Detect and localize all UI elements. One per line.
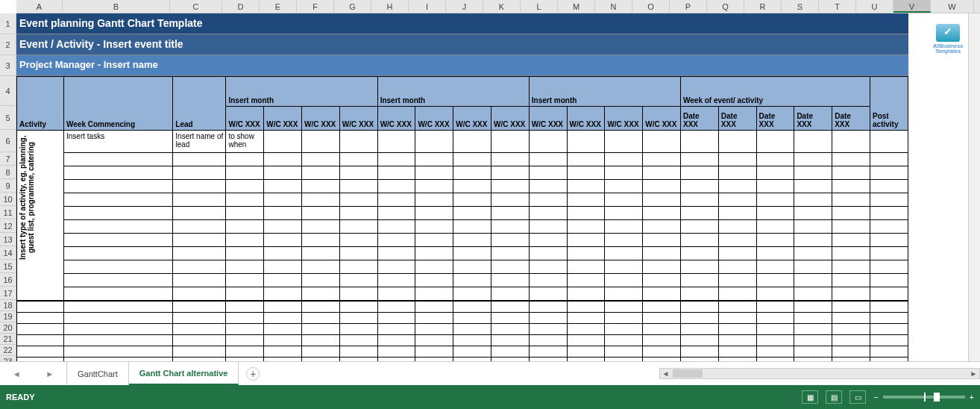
sheet-grid[interactable]: Event planning Gantt Chart Template Even… bbox=[16, 13, 980, 369]
hdr-month-3[interactable]: Insert month bbox=[529, 77, 680, 107]
cell-lead[interactable]: Insert name of lead bbox=[173, 131, 226, 153]
activity-vertical-label[interactable]: Insert type of activity, eg, planning, g… bbox=[17, 131, 37, 265]
col-header-I[interactable]: I bbox=[409, 0, 446, 13]
col-header-L[interactable]: L bbox=[521, 0, 558, 13]
col-header-B[interactable]: B bbox=[63, 0, 170, 13]
hdr-wc-11[interactable]: W/C XXX bbox=[605, 107, 643, 131]
row-header-9[interactable]: 9 bbox=[0, 179, 16, 193]
col-header-S[interactable]: S bbox=[782, 0, 819, 13]
col-header-K[interactable]: K bbox=[483, 0, 521, 13]
row-headers[interactable]: 1234567891011121314151617181920212223 bbox=[0, 13, 16, 367]
hdr-wc-2[interactable]: W/C XXX bbox=[264, 107, 302, 131]
tab-nav-next-icon[interactable]: ► bbox=[45, 369, 54, 378]
row-header-18[interactable]: 18 bbox=[0, 300, 16, 311]
hdr-wc-5[interactable]: W/C XXX bbox=[377, 107, 415, 131]
sheet-tab-ganttchart[interactable]: GanttChart bbox=[67, 362, 129, 385]
row-header-8[interactable]: 8 bbox=[0, 166, 16, 179]
row-header-20[interactable]: 20 bbox=[0, 322, 16, 334]
row-header-19[interactable]: 19 bbox=[0, 311, 16, 322]
hdr-wc-7[interactable]: W/C XXX bbox=[453, 107, 491, 131]
hdr-date-3[interactable]: Date XXX bbox=[756, 107, 794, 131]
gantt-table[interactable]: Activity Week Commencing Lead Insert mon… bbox=[16, 76, 908, 301]
col-header-W[interactable]: W bbox=[931, 0, 974, 13]
hdr-activity[interactable]: Activity bbox=[17, 77, 64, 131]
col-header-F[interactable]: F bbox=[297, 0, 334, 13]
column-headers[interactable]: ABCDEFGHIJKLMNOPQRSTUVW bbox=[16, 0, 980, 13]
tab-nav-buttons[interactable]: ◄ ► bbox=[0, 362, 67, 385]
row-header-21[interactable]: 21 bbox=[0, 334, 16, 345]
empty-grid[interactable] bbox=[16, 301, 908, 369]
hdr-date-4[interactable]: Date XXX bbox=[794, 107, 832, 131]
col-header-J[interactable]: J bbox=[446, 0, 483, 13]
hdr-date-5[interactable]: Date XXX bbox=[832, 107, 870, 131]
hdr-wc-1[interactable]: W/C XXX bbox=[226, 107, 264, 131]
row-header-1[interactable]: 1 bbox=[0, 13, 16, 34]
row-header-3[interactable]: 3 bbox=[0, 55, 16, 76]
col-header-N[interactable]: N bbox=[595, 0, 632, 13]
col-header-H[interactable]: H bbox=[371, 0, 409, 13]
col-header-A[interactable]: A bbox=[16, 0, 63, 13]
row-header-22[interactable]: 22 bbox=[0, 345, 16, 356]
row-header-11[interactable]: 11 bbox=[0, 206, 16, 219]
row-header-6[interactable]: 6 bbox=[0, 130, 16, 152]
row-header-7[interactable]: 7 bbox=[0, 152, 16, 166]
zoom-slider[interactable] bbox=[883, 396, 965, 399]
cell-tasks[interactable]: Insert tasks bbox=[64, 131, 173, 153]
col-header-G[interactable]: G bbox=[334, 0, 371, 13]
row-header-5[interactable]: 5 bbox=[0, 106, 16, 130]
hdr-week-commencing[interactable]: Week Commencing bbox=[64, 77, 173, 131]
title-row-3[interactable]: Project Manager - Insert name bbox=[16, 55, 908, 76]
horizontal-scrollbar[interactable]: ◄ ► bbox=[659, 368, 980, 379]
row-header-16[interactable]: 16 bbox=[0, 273, 16, 287]
row-header-17[interactable]: 17 bbox=[0, 287, 16, 300]
title-row-2[interactable]: Event / Activity - Insert event title bbox=[16, 34, 908, 55]
scroll-thumb[interactable] bbox=[673, 369, 703, 378]
zoom-control[interactable]: − + bbox=[873, 393, 974, 402]
row-header-12[interactable]: 12 bbox=[0, 219, 16, 233]
col-header-R[interactable]: R bbox=[744, 0, 782, 13]
hdr-wc-9[interactable]: W/C XXX bbox=[529, 107, 567, 131]
zoom-in-icon[interactable]: + bbox=[970, 393, 974, 402]
row-header-14[interactable]: 14 bbox=[0, 246, 16, 260]
hdr-date-1[interactable]: Date XXX bbox=[681, 107, 719, 131]
col-header-E[interactable]: E bbox=[260, 0, 297, 13]
vertical-scrollbar[interactable] bbox=[968, 13, 980, 361]
col-header-V[interactable]: V bbox=[893, 0, 931, 13]
zoom-out-icon[interactable]: − bbox=[873, 393, 878, 402]
hdr-wc-12[interactable]: W/C XXX bbox=[643, 107, 681, 131]
col-header-C[interactable]: C bbox=[170, 0, 222, 13]
col-header-D[interactable]: D bbox=[222, 0, 260, 13]
row-header-10[interactable]: 10 bbox=[0, 193, 16, 206]
col-header-O[interactable]: O bbox=[632, 0, 670, 13]
cell-show-when[interactable]: to show when bbox=[226, 131, 264, 153]
add-sheet-button[interactable]: + bbox=[246, 367, 260, 381]
hdr-date-2[interactable]: Date XXX bbox=[718, 107, 756, 131]
scroll-left-icon[interactable]: ◄ bbox=[660, 369, 671, 378]
title-row-1[interactable]: Event planning Gantt Chart Template bbox=[16, 13, 908, 34]
hdr-wc-6[interactable]: W/C XXX bbox=[415, 107, 453, 131]
hdr-week-of-event[interactable]: Week of event/ activity bbox=[681, 77, 870, 107]
hdr-month-2[interactable]: Insert month bbox=[377, 77, 529, 107]
view-page-layout-button[interactable]: ▤ bbox=[826, 390, 842, 404]
tab-nav-prev-icon[interactable]: ◄ bbox=[13, 369, 21, 378]
hdr-month-1[interactable]: Insert month bbox=[226, 77, 377, 107]
col-header-P[interactable]: P bbox=[670, 0, 707, 13]
view-normal-button[interactable]: ▦ bbox=[802, 390, 818, 404]
row-header-15[interactable]: 15 bbox=[0, 260, 16, 273]
hdr-lead[interactable]: Lead bbox=[173, 77, 226, 131]
hdr-wc-10[interactable]: W/C XXX bbox=[567, 107, 605, 131]
row-header-4[interactable]: 4 bbox=[0, 76, 16, 106]
scroll-right-icon[interactable]: ► bbox=[968, 369, 979, 378]
hdr-wc-4[interactable]: W/C XXX bbox=[339, 107, 377, 131]
hdr-wc-8[interactable]: W/C XXX bbox=[491, 107, 530, 131]
col-header-M[interactable]: M bbox=[558, 0, 595, 13]
hdr-wc-3[interactable]: W/C XXX bbox=[302, 107, 340, 131]
col-header-Q[interactable]: Q bbox=[707, 0, 744, 13]
row-header-2[interactable]: 2 bbox=[0, 34, 16, 55]
row-header-13[interactable]: 13 bbox=[0, 233, 16, 246]
col-header-T[interactable]: T bbox=[819, 0, 856, 13]
view-page-break-button[interactable]: ▭ bbox=[849, 390, 866, 404]
hdr-post-activity[interactable]: Post activity bbox=[870, 77, 908, 131]
sheet-tab-gantt-alternative[interactable]: Gantt Chart alternative bbox=[129, 362, 239, 385]
col-header-U[interactable]: U bbox=[856, 0, 893, 13]
